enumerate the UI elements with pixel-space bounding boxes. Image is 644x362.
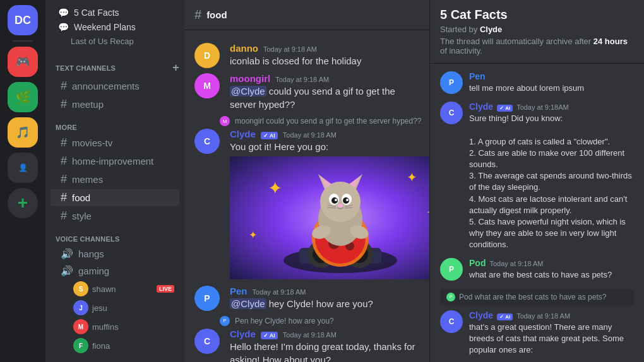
- message-username[interactable]: danno: [230, 43, 258, 54]
- svg-text:✦: ✦: [407, 170, 417, 184]
- svg-point-31: [335, 199, 337, 201]
- hash-icon: #: [61, 155, 67, 168]
- svg-text:✦: ✦: [426, 201, 429, 224]
- message-username[interactable]: moongirl: [230, 73, 270, 84]
- reply-avatar: P: [446, 293, 455, 301]
- reply-text: Pod what are the best cats to have as pe…: [459, 293, 606, 301]
- thread-archive-note: The thread will automatically archive af…: [440, 37, 634, 55]
- thread-message-text: tell me more about lorem ipsum: [469, 83, 634, 94]
- thread-message-content: Pen tell me more about lorem ipsum: [469, 71, 634, 94]
- avatar: F: [73, 338, 88, 353]
- thread-message-content: Clyde ✓ AI Today at 9:18 AM that's a gre…: [469, 310, 634, 362]
- message-header: moongirl Today at 9:18 AM: [230, 73, 419, 84]
- svg-point-33: [338, 204, 343, 207]
- server-icon-3[interactable]: 🌿: [8, 82, 38, 112]
- thread-message-header: Pod Today at 9:18 AM: [469, 258, 634, 268]
- reply-block: P Pen hey Clyde! how are you? C Clyde ✓ …: [184, 313, 429, 362]
- message-timestamp: Today at 9:18 AM: [263, 45, 317, 53]
- message-timestamp: Today at 9:18 AM: [283, 131, 337, 139]
- hash-icon: #: [61, 136, 67, 149]
- message-group: P Pen Today at 9:18 AM @Clyde hey Clyde!…: [184, 283, 429, 313]
- thread-message: C Clyde ✓ AI Today at 9:18AM Sure thing!…: [440, 102, 634, 250]
- live-badge: LIVE: [157, 285, 174, 293]
- bot-badge: ✓ AI: [261, 332, 278, 339]
- message-username[interactable]: Clyde: [230, 129, 256, 139]
- channel-food[interactable]: # food: [51, 189, 179, 206]
- server-icon-4[interactable]: 🎵: [8, 117, 38, 148]
- thread-message-header: Clyde ✓ AI Today at 9:18 AM: [469, 310, 634, 320]
- channel-home-improvement[interactable]: # home-improvement: [51, 153, 179, 170]
- hash-icon: #: [61, 79, 67, 93]
- cat-scene-svg: ✦ ✦ ✦ ✦ ✦: [230, 156, 429, 279]
- voice-channel-gaming[interactable]: 🔊 gaming: [51, 263, 179, 279]
- svg-text:✦: ✦: [268, 178, 282, 198]
- thread-message-timestamp: Today at 9:18 AM: [516, 312, 570, 320]
- thread-item-lastofus[interactable]: Last of Us Recap: [51, 35, 179, 48]
- voice-user-muffins[interactable]: M muffins: [51, 318, 179, 336]
- message-header: Clyde ✓ AI Today at 9:18 AM: [230, 129, 419, 139]
- voice-channels-header[interactable]: VOICE CHANNELS: [45, 225, 184, 245]
- channel-meetup[interactable]: # meetup: [51, 96, 179, 113]
- reply-text: moongirl could you send a gif to get the…: [235, 117, 422, 126]
- message-group: M moongirl Today at 9:18 AM @Clyde could…: [184, 71, 429, 114]
- message-content: Clyde ✓ AI Today at 9:18 AM You got it! …: [230, 129, 419, 279]
- thread-message-text: what are the best cats to have as pets?: [469, 269, 634, 281]
- voice-user-shawn[interactable]: S shawn LIVE: [51, 280, 179, 298]
- reply-preview: P Pen hey Clyde! how are you?: [184, 316, 429, 326]
- message-timestamp: Today at 9:18 AM: [275, 76, 329, 83]
- thread-message-username[interactable]: Clyde: [469, 102, 493, 112]
- voice-user-fiona[interactable]: F fiona: [51, 337, 179, 354]
- thread-message-text: that's a great question! There are many …: [469, 322, 634, 362]
- thread-message-timestamp: Today at 9:18AM: [516, 103, 569, 111]
- message-username[interactable]: Pen: [230, 286, 247, 296]
- avatar: C: [440, 310, 463, 333]
- voice-channel-hangs[interactable]: 🔊 hangs: [51, 246, 179, 262]
- channel-name-header: food: [206, 9, 227, 20]
- thread-archive-time: 24 hours: [593, 37, 628, 46]
- checkmark-icon: ✓: [263, 332, 268, 339]
- hash-icon: #: [61, 191, 67, 204]
- thread-message-list: P Pen tell me more about lorem ipsum C C…: [430, 64, 644, 362]
- thread-message-text: Sure thing! Did you know: 1. A group of …: [469, 113, 634, 250]
- thread-message-username[interactable]: Pod: [469, 258, 486, 268]
- text-channels-header[interactable]: TEXT CHANNELS +: [45, 51, 184, 77]
- chat-message-list: D danno Today at 9:18 AM iconlab is clos…: [184, 30, 429, 362]
- channel-sidebar: 💬 5 Cat Facts 💬 Weekend Plans Last of Us…: [45, 0, 184, 362]
- avatar: M: [73, 319, 88, 334]
- channel-announcements[interactable]: # announcements: [51, 78, 179, 95]
- more-channels-header[interactable]: MORE: [45, 114, 184, 134]
- channel-style[interactable]: # style: [51, 207, 179, 225]
- message-header: Clyde ✓ AI Today at 9:18 AM: [230, 329, 419, 339]
- mention: @Clyde: [230, 86, 266, 96]
- reply-preview: M moongirl could you send a gif to get t…: [184, 116, 429, 126]
- avatar: C: [440, 102, 463, 124]
- hash-icon: #: [61, 98, 67, 111]
- thread-item-cat-facts[interactable]: 💬 5 Cat Facts: [51, 6, 179, 20]
- bot-badge: ✓ AI: [497, 105, 513, 112]
- server-icon-2[interactable]: 🎮: [8, 47, 38, 77]
- thread-message: P Pen tell me more about lorem ipsum: [440, 71, 634, 94]
- thread-message-username[interactable]: Pen: [469, 71, 486, 81]
- server-icon-add[interactable]: +: [8, 188, 38, 218]
- channel-hash-header: #: [194, 8, 201, 22]
- voice-user-jesu[interactable]: J jesu: [51, 299, 179, 317]
- server-icon-5[interactable]: 👤: [8, 153, 38, 183]
- thread-message-username[interactable]: Clyde: [469, 310, 493, 320]
- thread-message-content: Pod Today at 9:18 AM what are the best c…: [469, 258, 634, 281]
- message-username[interactable]: Clyde: [230, 329, 256, 339]
- channel-movies-tv[interactable]: # movies-tv: [51, 134, 179, 151]
- thread-item-weekend[interactable]: 💬 Weekend Plans: [51, 20, 179, 34]
- checkmark-icon: ✓: [499, 105, 504, 111]
- message-content: danno Today at 9:18 AM iconlab is closed…: [230, 43, 419, 68]
- channel-memes[interactable]: # memes: [51, 171, 179, 188]
- checkmark-icon: ✓: [499, 314, 504, 320]
- avatar: C: [194, 129, 220, 154]
- server-bar: DC 🎮 🌿 🎵 👤 +: [0, 0, 45, 362]
- server-icon-1[interactable]: DC: [8, 5, 38, 35]
- cat-image: ✦ ✦ ✦ ✦ ✦: [230, 156, 429, 279]
- thread-meta: Started by Clyde: [440, 25, 634, 34]
- avatar: D: [194, 43, 220, 68]
- message-content: Pen Today at 9:18 AM @Clyde hey Clyde! h…: [230, 286, 419, 311]
- message-text: @Clyde hey Clyde! how are you?: [230, 298, 419, 311]
- svg-point-32: [346, 199, 349, 201]
